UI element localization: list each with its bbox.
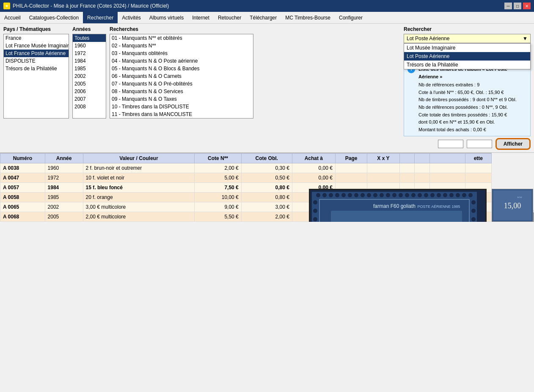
menu-albums[interactable]: Albums virtuels bbox=[145, 12, 188, 23]
annee-2006[interactable]: 2006 bbox=[73, 88, 106, 95]
menu-internet[interactable]: Internet bbox=[188, 12, 214, 23]
cell-valeur: 2 f. brun-noir et outremer bbox=[83, 163, 195, 173]
cell-cote-obl: 0,50 € bbox=[241, 173, 292, 183]
menu-telecharger[interactable]: Télécharger bbox=[245, 12, 281, 23]
svg-text:H  H: H H bbox=[517, 196, 522, 199]
cell-cote-n: 7,50 € bbox=[195, 183, 241, 193]
thumbnail-strip: 15,00 H H 20,00 1972 2002 bbox=[492, 189, 534, 222]
svg-point-23 bbox=[456, 193, 460, 197]
recherche-03[interactable]: 03 - Manquants oblitérés bbox=[110, 50, 253, 57]
col-cote-obl: Cote Obl. bbox=[241, 154, 292, 163]
cell-valeur: 2,00 € multicolore bbox=[83, 212, 195, 222]
table-row[interactable]: A 0047 1972 10 f. violet et noir 5,00 € … bbox=[0, 173, 492, 183]
pays-listbox[interactable]: France Lot France Musée Imaginaire Lot F… bbox=[3, 34, 69, 119]
rechercher-right-panel: Rechercher Lot Poste Aérienne ▼ Lot Musé… bbox=[404, 26, 531, 150]
minimize-button[interactable]: ─ bbox=[504, 3, 512, 9]
pays-item-france[interactable]: France bbox=[4, 34, 69, 42]
recherche-07[interactable]: 07 - Manquants N & O Pré-oblitérés bbox=[110, 80, 253, 88]
svg-point-13 bbox=[392, 193, 396, 197]
menu-catalogues[interactable]: Catalogues-Collection bbox=[25, 12, 83, 23]
recherche-10[interactable]: 10 - Timbres dans la DISPOLISTE bbox=[110, 103, 253, 110]
cell-valeur: 10 f. violet et noir bbox=[83, 173, 195, 183]
annee-2008[interactable]: 2008 bbox=[73, 103, 106, 110]
pays-item-dispoliste[interactable]: DISPOLISTE bbox=[4, 57, 69, 65]
close-button[interactable]: ✕ bbox=[523, 3, 531, 9]
recherche-12[interactable]: 12 - Mes timbres en double bbox=[110, 118, 253, 119]
menu-retoucher[interactable]: Retoucher bbox=[214, 12, 245, 23]
info-line-5: Cote totale des timbres possédés : 15,90… bbox=[418, 111, 527, 119]
annee-2005[interactable]: 2005 bbox=[73, 80, 106, 88]
afficher-button[interactable]: Afficher bbox=[495, 138, 531, 150]
recherche-04[interactable]: 04 - Manquants N & O Poste aérienne bbox=[110, 57, 253, 65]
recherches-listbox[interactable]: 01 - Manquants N** et oblitérés 02 - Man… bbox=[110, 34, 253, 119]
content-area: Pays / Thématiques France Lot France Mus… bbox=[0, 24, 534, 222]
annee-1972[interactable]: 1972 bbox=[73, 50, 106, 57]
pays-item-poste-aerienne[interactable]: Lot France Poste Aérienne bbox=[4, 50, 69, 57]
cell-annee: 2005 bbox=[45, 212, 83, 222]
cell-annee: 1972 bbox=[45, 173, 83, 183]
dropdown-option-tresors[interactable]: Trésors de la Philatélie bbox=[404, 61, 530, 69]
annee-1960[interactable]: 1960 bbox=[73, 42, 106, 50]
recherche-11[interactable]: 11 - Timbres dans la MANCOLISTE bbox=[110, 110, 253, 118]
menu-mc-timbres[interactable]: MC Timbres-Bourse bbox=[281, 12, 335, 23]
dropdown-option-poste-aerienne[interactable]: Lot Poste Aérienne bbox=[404, 52, 530, 61]
info-line-6: dont 0,00 € en N** et 15,90 € en Obl. bbox=[418, 119, 527, 126]
dropdown-option-musee[interactable]: Lot Musée Imaginaire bbox=[404, 44, 530, 52]
cell-cote-obl: 0,80 € bbox=[241, 183, 292, 193]
cell-annee: 2002 bbox=[45, 202, 83, 212]
col-cote-n: Cote N** bbox=[195, 154, 241, 163]
recherche-05[interactable]: 05 - Manquants N & O Blocs & Bandes bbox=[110, 65, 253, 72]
col-page: Page bbox=[335, 154, 367, 163]
recherche-08[interactable]: 08 - Manquants N & O Services bbox=[110, 88, 253, 95]
recherche-09[interactable]: 09 - Manquants N & O Taxes bbox=[110, 95, 253, 103]
recherche-01[interactable]: 01 - Manquants N** et oblitérés bbox=[110, 34, 253, 42]
pays-item-musee[interactable]: Lot France Musée Imaginaire bbox=[4, 42, 69, 50]
window-controls: ─ □ ✕ bbox=[504, 3, 531, 9]
thumb-1[interactable]: 15,00 H H bbox=[492, 189, 533, 222]
cell-ette bbox=[465, 173, 491, 183]
annee-2002[interactable]: 2002 bbox=[73, 72, 106, 80]
table-header-row: Numéro Année Valeur / Couleur Cote N** C… bbox=[0, 154, 492, 163]
col-achat: Achat à bbox=[292, 154, 335, 163]
afficher-input-2[interactable] bbox=[467, 140, 492, 148]
annee-1984[interactable]: 1984 bbox=[73, 57, 106, 65]
cell-page bbox=[335, 173, 367, 183]
cell-annee: 1984 bbox=[45, 183, 83, 193]
menu-rechercher[interactable]: Rechercher bbox=[83, 12, 118, 23]
svg-point-18 bbox=[424, 193, 428, 197]
maximize-button[interactable]: □ bbox=[514, 3, 521, 9]
cell-annee: 1960 bbox=[45, 163, 83, 173]
menu-accueil[interactable]: Accueil bbox=[0, 12, 25, 23]
svg-point-12 bbox=[386, 193, 390, 197]
rechercher-title: Rechercher bbox=[404, 26, 531, 32]
cell-10 bbox=[415, 173, 430, 183]
app-icon: ★ bbox=[3, 3, 10, 9]
col-annee: Année bbox=[45, 154, 83, 163]
annee-2007[interactable]: 2007 bbox=[73, 95, 106, 103]
annees-listbox[interactable]: Toutes 1960 1972 1984 1985 2002 2005 200… bbox=[72, 34, 106, 119]
cell-numero: A 0057 bbox=[0, 183, 45, 193]
cell-11 bbox=[429, 173, 465, 183]
annee-toutes[interactable]: Toutes bbox=[73, 34, 106, 42]
menu-activites[interactable]: Activités bbox=[118, 12, 145, 23]
table-row[interactable]: A 0038 1960 2 f. brun-noir et outremer 2… bbox=[0, 163, 492, 173]
afficher-input-1[interactable] bbox=[438, 140, 463, 148]
cell-valeur: 20 f. orange bbox=[83, 193, 195, 202]
stamp-overlay: RÉPUBLIQUE FRANÇAISE farman F60 goliath … bbox=[309, 189, 487, 222]
cell-numero: A 0038 bbox=[0, 163, 45, 173]
album-dropdown[interactable]: Lot Poste Aérienne ▼ bbox=[404, 34, 531, 43]
top-section: Pays / Thématiques France Lot France Mus… bbox=[0, 24, 534, 153]
cell-11 bbox=[429, 163, 465, 173]
annee-1985[interactable]: 1985 bbox=[73, 65, 106, 72]
cell-cote-obl: 2,00 € bbox=[241, 212, 292, 222]
recherche-02[interactable]: 02 - Manquants N** bbox=[110, 42, 253, 50]
svg-point-17 bbox=[418, 193, 422, 197]
pays-item-tresors[interactable]: Trésors de la Philatélie bbox=[4, 65, 69, 72]
recherche-06[interactable]: 06 - Manquants N & O Carnets bbox=[110, 72, 253, 80]
cell-numero: A 0058 bbox=[0, 193, 45, 202]
svg-point-24 bbox=[462, 193, 466, 197]
svg-point-65 bbox=[471, 217, 476, 221]
menu-configurer[interactable]: Configurer bbox=[335, 12, 367, 23]
svg-point-4 bbox=[335, 193, 339, 197]
svg-point-21 bbox=[443, 193, 447, 197]
